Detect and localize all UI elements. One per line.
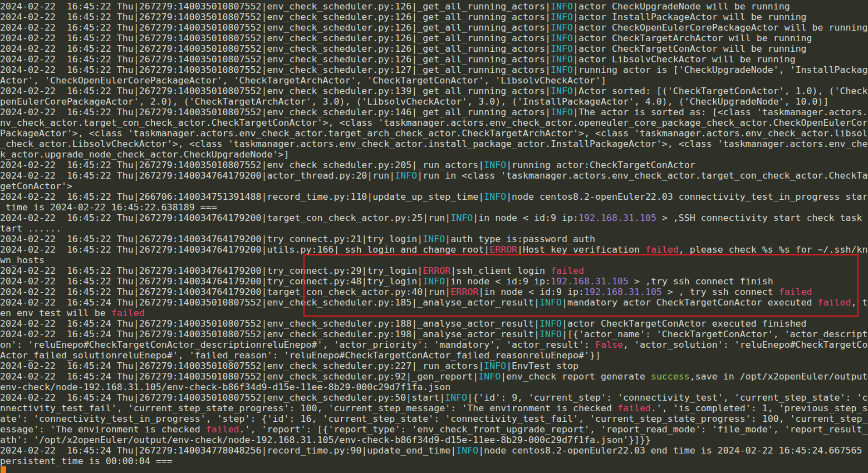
- log-segment: Actor', 'CheckOpenEulerCorePackageActor'…: [0, 75, 606, 86]
- log-segment: |[{'actor_name': 'CheckTargetConActor', …: [562, 329, 868, 339]
- log-segment: |actor CheckOpenEulerCorePackageActor wi…: [573, 22, 868, 33]
- log-segment: INFO: [445, 392, 467, 403]
- log-segment: env-check/node-192.168.31.105/env-check-…: [0, 382, 450, 392]
- log-segment: 2024-02-22 16:45:22 Thu|267279:140035010…: [0, 33, 551, 43]
- log-row: 2024-02-22 16:45:22 Thu|267279:140035010…: [0, 1, 868, 12]
- log-segment: INFO: [551, 54, 573, 65]
- log-row: 2024-02-22 16:45:22 Thu|266706:140034751…: [0, 191, 868, 202]
- log-segment: INFO: [423, 234, 445, 244]
- log-segment: |actor CheckTargetConActor will be runni…: [573, 43, 807, 54]
- terminal-screen[interactable]: 2024-02-22 16:45:22 Thu|267279:140035010…: [0, 0, 868, 473]
- log-segment: > , try ssh connect: [662, 287, 779, 297]
- log-segment: nv_check_actor.target_con_check_actor.Ch…: [0, 117, 868, 128]
- log-segment: |in node < id:9 ip:: [473, 213, 578, 223]
- log-segment: INFO: [395, 170, 417, 181]
- log-segment: |in node < id:9 ip:: [445, 276, 551, 287]
- log-row: 2024-02-22 16:45:22 Thu|267279:140034764…: [0, 265, 868, 276]
- log-segment: False: [595, 339, 623, 350]
- log-row: tart ......: [0, 223, 868, 234]
- log-segment: INFO: [551, 86, 573, 96]
- log-segment: , 'actor_solution': 'reluEnepo#CheckTarg…: [623, 339, 868, 350]
- log-segment: INFO: [540, 318, 562, 329]
- log-segment: INFO: [551, 65, 573, 75]
- log-segment: INFO: [484, 160, 506, 170]
- log-segment: |The actor is sorted as: [<class 'taskma…: [573, 107, 868, 117]
- log-row: 2024-02-22 16:45:22 Thu|267279:140034764…: [0, 276, 868, 287]
- log-row: 2024-02-22 16:45:22 Thu|267279:140035010…: [0, 43, 868, 54]
- log-segment: 2024-02-22 16:45:22 Thu|267279:140035010…: [0, 22, 551, 33]
- log-row: PackageActor'>, <class 'taskmanager.acto…: [0, 128, 868, 139]
- log-row: nnectivity_test_fail', 'current_step_sta…: [0, 403, 868, 413]
- log-segment: 2024-02-22 16:45:22 Thu|267279:140035010…: [0, 107, 551, 117]
- log-segment: 2024-02-22 16:45:22 Thu|267279:140035010…: [0, 160, 484, 170]
- log-segment: 2024-02-22 16:45:22 Thu|267279:140034764…: [0, 170, 395, 181]
- log-segment: 2024-02-22 16:45:24 Thu|267279:140035010…: [0, 329, 540, 339]
- log-row: ath': '/opt/x2openEuler/output/env-check…: [0, 435, 868, 445]
- log-segment: |actor CheckUpgradeNode will be running: [573, 1, 790, 12]
- log-segment: 2024-02-22 16:45:22 Thu|267279:140034764…: [0, 244, 489, 255]
- log-segment: |run in <class 'taskmanager.actors.env_c…: [417, 170, 868, 181]
- log-segment: |running actor:CheckTargetConActor: [506, 160, 695, 170]
- log-segment: ath': '/opt/x2openEuler/output/env-check…: [0, 435, 651, 445]
- log-segment: INFO: [551, 33, 573, 43]
- log-segment: k_actor.upgrade_node_check_actor.CheckUp…: [0, 149, 290, 160]
- log-row: en env test will be failed: [0, 308, 868, 318]
- log-segment: Actor_failed_solutionreluEnepo#', 'faile…: [0, 350, 601, 361]
- log-segment: |in node < id:9 ip:: [478, 287, 584, 297]
- log-row: nv_check_actor.target_con_check_actor.Ch…: [0, 117, 868, 128]
- log-segment: 2024-02-22 16:45:24 Thu|267279:140034778…: [0, 445, 456, 456]
- log-row: time is 2024-02-22 16:45:22.638189 ===: [0, 202, 868, 213]
- log-row: 2024-02-22 16:45:22 Thu|267279:140035010…: [0, 54, 868, 65]
- log-segment: INFO: [540, 297, 562, 308]
- log-segment: wn_hosts: [0, 255, 45, 265]
- log-segment: failed: [551, 265, 584, 276]
- log-row: 2024-02-22 16:45:24 Thu|267279:140035010…: [0, 318, 868, 329]
- log-segment: INFO: [551, 12, 573, 22]
- log-segment: |auth type is:password_auth: [445, 234, 595, 244]
- log-segment: 2024-02-22 16:45:24 Thu|267279:140035010…: [0, 392, 445, 403]
- log-segment: getConActor'>: [0, 181, 72, 191]
- log-segment: |node centos8.2-openEuler22.03 end time …: [478, 445, 862, 456]
- log-segment: ERROR: [423, 265, 450, 276]
- log-segment: > ,SSH connectivity start check task s: [656, 213, 868, 223]
- log-segment: |node centos8.2-openEuler22.03 connectiv…: [506, 191, 868, 202]
- log-segment: ,save in /opt/x2openEuler/output/: [690, 371, 868, 382]
- log-segment: persistent_time is 00:00:04 ===: [0, 456, 173, 466]
- log-row: on': 'reluEnepo#CheckTargetConActor_desc…: [0, 339, 868, 350]
- log-segment: ate': 'connectivity_test_in_progress', '…: [0, 413, 868, 424]
- log-row: 2024-02-22 16:45:24 Thu|267279:140034778…: [0, 445, 868, 456]
- log-row: 2024-02-22 16:45:22 Thu|267279:140035010…: [0, 65, 868, 75]
- log-segment: nnectivity_test_fail', 'current_step_sta…: [0, 403, 617, 413]
- log-segment: failed: [617, 403, 651, 413]
- log-row: 2024-02-22 16:45:22 Thu|267279:140035010…: [0, 33, 868, 43]
- log-segment: |actor CheckTargetConActor executed fini…: [562, 318, 807, 329]
- log-segment: failed: [818, 297, 851, 308]
- log-segment: time is 2024-02-22 16:45:22.638189 ===: [0, 202, 217, 213]
- log-segment: on': 'reluEnepo#CheckTargetConActor_desc…: [0, 339, 595, 350]
- log-row: 2024-02-22 16:45:22 Thu|267279:140035010…: [0, 22, 868, 33]
- log-segment: INFO: [551, 107, 573, 117]
- log-row: getConActor'>: [0, 181, 868, 191]
- log-segment: |Actor sorted: [('CheckTargetConActor', …: [573, 86, 868, 96]
- log-segment: > ,try ssh connect finish: [629, 276, 773, 287]
- terminal-cursor: [1, 466, 6, 473]
- log-row: 2024-02-22 16:45:22 Thu|267279:140034764…: [0, 234, 868, 244]
- log-segment: 2024-02-22 16:45:22 Thu|267279:140035010…: [0, 54, 551, 65]
- log-segment: |EnvTest stop: [506, 361, 578, 371]
- log-segment: 192.168.31.105: [551, 276, 629, 287]
- log-segment: INFO: [551, 43, 573, 54]
- log-row: 2024-02-22 16:45:22 Thu|267279:140035010…: [0, 86, 868, 96]
- log-segment: 2024-02-22 16:45:24 Thu|267279:140035010…: [0, 297, 540, 308]
- log-row: 2024-02-22 16:45:22 Thu|267279:140034764…: [0, 287, 868, 297]
- log-segment: INFO: [478, 371, 501, 382]
- log-segment: PackageActor'>, <class 'taskmanager.acto…: [0, 128, 868, 139]
- log-segment: 2024-02-22 16:45:22 Thu|267279:140035010…: [0, 1, 551, 12]
- log-segment: INFO: [484, 361, 506, 371]
- log-row: 2024-02-22 16:45:24 Thu|267279:140035010…: [0, 392, 868, 403]
- log-segment: 192.168.31.105: [584, 287, 662, 297]
- log-row: penEulerCorePackageActor', 2.0), ('Check…: [0, 96, 868, 107]
- log-row: Actor', 'CheckOpenEulerCorePackageActor'…: [0, 75, 868, 86]
- log-segment: |running actor is ['CheckUpgradeNode', '…: [573, 65, 868, 75]
- log-row: 2024-02-22 16:45:24 Thu|267279:140035010…: [0, 361, 868, 371]
- log-row: 2024-02-22 16:45:22 Thu|267279:140035010…: [0, 160, 868, 170]
